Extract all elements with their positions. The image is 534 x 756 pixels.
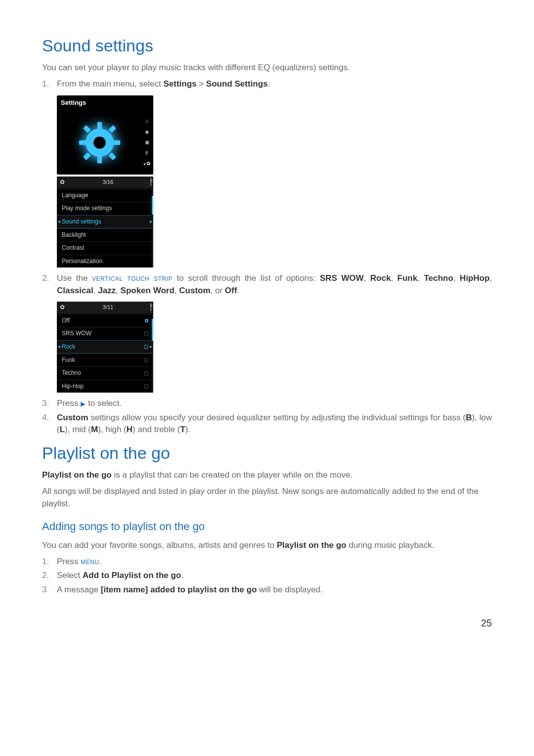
- gear-icon: ✿: [59, 178, 66, 186]
- radio-icon: [144, 331, 148, 336]
- step-text: From the main menu, select Settings > So…: [57, 78, 492, 90]
- svg-rect-3: [79, 140, 87, 145]
- add-step-3: 3. A message [item name] added to playli…: [42, 584, 492, 596]
- device-title: Settings: [57, 95, 153, 111]
- svg-point-9: [93, 136, 106, 149]
- list-item: Techno: [57, 366, 153, 379]
- step-text: Use the vertical touch strip to scroll t…: [57, 272, 492, 297]
- playlist-p2: All songs will be displayed and listed i…: [42, 486, 492, 510]
- device-screenshot-settings-list: ✿ 3/16 Language Play mode settings Sound…: [57, 177, 153, 267]
- step-number: 3.: [42, 584, 57, 596]
- radio-icon: [144, 345, 148, 349]
- svg-rect-5: [83, 125, 91, 133]
- list-header: ✿ 3/16: [57, 177, 153, 188]
- add-step-2: 2. Select Add to Playlist on the go.: [42, 570, 492, 582]
- heading-playlist-on-the-go: Playlist on the go: [42, 441, 492, 465]
- svg-rect-2: [97, 156, 102, 163]
- step-number: 2.: [42, 570, 57, 582]
- step-text: Select Add to Playlist on the go.: [57, 570, 492, 582]
- mic-icon: 🎙: [144, 150, 149, 157]
- list-item-selected: Rock: [57, 340, 153, 354]
- step-1: 1. From the main menu, select Settings >…: [42, 78, 492, 90]
- intro-text: You can set your player to play music tr…: [42, 62, 492, 74]
- music-icon: ♫: [145, 118, 149, 125]
- heading-sound-settings: Sound settings: [42, 34, 492, 58]
- list-item: Contrast: [57, 241, 153, 254]
- svg-rect-4: [113, 140, 120, 145]
- list-item: Language: [57, 189, 153, 202]
- list-counter: 3/16: [103, 178, 113, 186]
- step-3: 3. Press ▶ to select.: [42, 398, 492, 410]
- battery-icon: [150, 178, 151, 186]
- step-4: 4. Custom settings allow you specify you…: [42, 412, 492, 436]
- gear-icon: [76, 119, 123, 166]
- svg-rect-7: [83, 152, 91, 160]
- page-number: 25: [42, 616, 492, 630]
- list-item: Personalization: [57, 255, 153, 267]
- list-item: Play mode settings: [57, 202, 153, 215]
- gear-icon: ✿: [59, 303, 66, 311]
- step-number: 4.: [42, 412, 57, 436]
- step-text: Press menu.: [57, 556, 492, 568]
- instructions-list-2: 2. Use the vertical touch strip to scrol…: [42, 272, 492, 297]
- battery-icon: [150, 303, 151, 311]
- step-2: 2. Use the vertical touch strip to scrol…: [42, 272, 492, 297]
- list-item: Backlight: [57, 228, 153, 241]
- svg-rect-1: [97, 122, 102, 130]
- device-screenshot-eq-list: ✿ 3/11 Off SRS WOW Rock Funk Techno Hip-…: [57, 302, 153, 393]
- side-menu-icons: ♫ ◉ ▣ 🎙 ▸✿: [142, 110, 153, 175]
- scrollbar-thumb: [152, 196, 153, 215]
- radio-icon: [144, 384, 148, 389]
- list-item-selected: Sound settings: [57, 215, 153, 228]
- subheading-adding-songs: Adding songs to playlist on the go: [42, 519, 492, 534]
- step-number: 3.: [42, 398, 57, 410]
- playlist-p1: Playlist on the go is a playlist that ca…: [42, 469, 492, 482]
- instructions-list-3: 3. Press ▶ to select. 4. Custom settings…: [42, 398, 492, 436]
- step-text: Press ▶ to select.: [57, 398, 492, 410]
- list-item: Funk: [57, 354, 153, 366]
- instructions-list-4: 1. Press menu. 2. Select Add to Playlist…: [42, 556, 492, 596]
- radio-icon: [144, 358, 148, 362]
- settings-icon-row: ▸✿: [144, 160, 150, 168]
- device-screenshot-settings-home: Settings: [57, 95, 153, 175]
- radio-icon: [144, 371, 148, 376]
- step-text: Custom settings allow you specify your d…: [57, 412, 492, 436]
- list-counter: 3/11: [103, 304, 113, 311]
- svg-rect-8: [108, 152, 116, 160]
- step-text: A message [item name] added to playlist …: [57, 584, 492, 596]
- list-header: ✿ 3/11: [57, 302, 153, 313]
- instructions-list-1: 1. From the main menu, select Settings >…: [42, 78, 492, 90]
- gear-area: [57, 110, 142, 175]
- step-number: 1.: [42, 78, 57, 90]
- photo-icon: ◉: [145, 129, 149, 136]
- list-item: SRS WOW: [57, 327, 153, 340]
- radio-selected-icon: [145, 319, 148, 322]
- playlist-p3: You can add your favorite songs, albums,…: [42, 539, 492, 552]
- svg-rect-6: [108, 125, 116, 133]
- step-number: 2.: [42, 272, 57, 297]
- list-item: Off: [57, 314, 153, 327]
- scrollbar-thumb: [152, 319, 153, 341]
- radio-icon: ▣: [145, 139, 149, 146]
- play-icon: ▶: [81, 400, 86, 407]
- step-number: 1.: [42, 556, 57, 568]
- list-item: Hip-Hop: [57, 380, 153, 393]
- add-step-1: 1. Press menu.: [42, 556, 492, 568]
